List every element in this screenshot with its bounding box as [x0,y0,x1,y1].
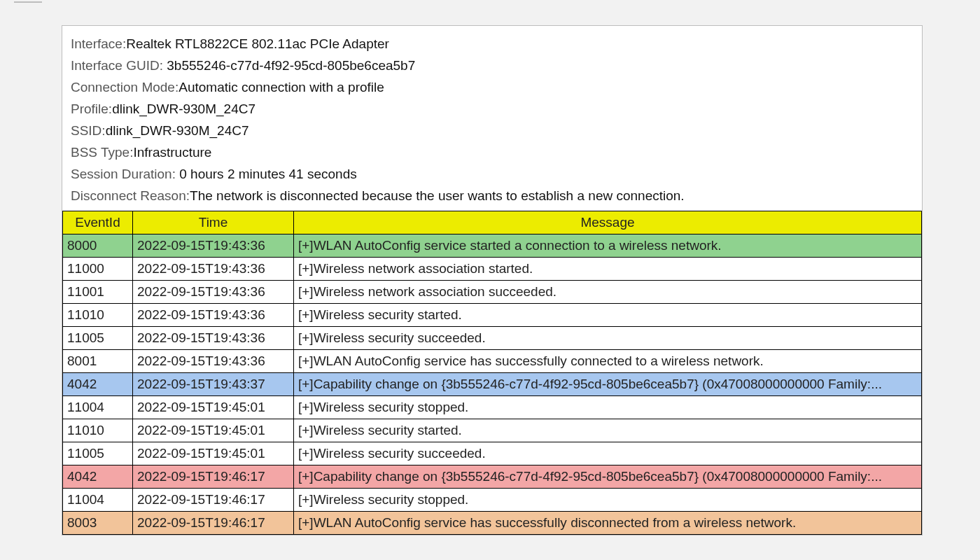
event-message-cell: [+]WLAN AutoConfig service has successfu… [294,350,922,373]
event-id-cell: 8003 [63,512,133,535]
info-duration-label: Session Duration: [71,167,179,181]
event-message-cell: [+]Capability change on {3b555246-c77d-4… [294,373,922,396]
event-id-cell: 11004 [63,489,133,512]
event-time-cell: 2022-09-15T19:46:17 [133,465,294,489]
event-message-cell: [+]WLAN AutoConfig service started a con… [294,234,922,258]
info-guid-label: Interface GUID: [71,58,167,73]
info-mode-value: Automatic connection with a profile [178,80,384,94]
event-id-cell: 4042 [63,465,133,489]
info-profile-value: dlink_DWR-930M_24C7 [112,102,255,116]
info-mode-label: Connection Mode: [71,80,178,94]
event-row[interactable]: 110052022-09-15T19:43:36[+]Wireless secu… [63,327,922,350]
event-time-cell: 2022-09-15T19:43:36 [133,258,294,281]
event-message-cell: [+]Wireless security stopped. [294,396,922,419]
info-interface-label: Interface: [71,36,126,51]
event-time-cell: 2022-09-15T19:43:36 [133,350,294,373]
window-frame-stub [14,0,42,3]
event-message-cell: [+]Wireless network association succeede… [294,281,922,304]
event-message-cell: [+]Wireless security stopped. [294,489,922,512]
event-id-cell: 11001 [63,281,133,304]
info-mode: Connection Mode:Automatic connection wit… [71,76,913,98]
event-time-cell: 2022-09-15T19:45:01 [133,396,294,419]
info-reason-label: Disconnect Reason: [71,188,190,203]
info-bss-value: Infrastructure [133,145,211,160]
event-id-cell: 8000 [63,234,133,258]
info-bss-label: BSS Type: [71,145,133,160]
connection-report-panel: Interface:Realtek RTL8822CE 802.11ac PCI… [62,25,923,536]
info-reason: Disconnect Reason:The network is disconn… [71,185,913,206]
event-time-cell: 2022-09-15T19:46:17 [133,512,294,535]
info-interface: Interface:Realtek RTL8822CE 802.11ac PCI… [71,33,913,55]
col-header-eventid[interactable]: EventId [63,211,133,234]
event-table: EventId Time Message 80002022-09-15T19:4… [62,211,922,535]
event-time-cell: 2022-09-15T19:43:37 [133,373,294,396]
event-row[interactable]: 110052022-09-15T19:45:01[+]Wireless secu… [63,442,922,465]
info-reason-value: The network is disconnected because the … [190,188,685,203]
event-row[interactable]: 110042022-09-15T19:45:01[+]Wireless secu… [63,396,922,419]
event-time-cell: 2022-09-15T19:46:17 [133,489,294,512]
event-row[interactable]: 40422022-09-15T19:43:37[+]Capability cha… [63,373,922,396]
event-time-cell: 2022-09-15T19:45:01 [133,419,294,442]
info-guid: Interface GUID: 3b555246-c77d-4f92-95cd-… [71,55,913,76]
info-ssid: SSID:dlink_DWR-930M_24C7 [71,120,913,141]
event-row[interactable]: 40422022-09-15T19:46:17[+]Capability cha… [63,465,922,489]
event-row[interactable]: 80032022-09-15T19:46:17[+]WLAN AutoConfi… [63,512,922,535]
info-ssid-label: SSID: [71,123,106,138]
event-id-cell: 11010 [63,419,133,442]
info-bss: BSS Type:Infrastructure [71,141,913,163]
event-row[interactable]: 110002022-09-15T19:43:36[+]Wireless netw… [63,258,922,281]
connection-info-block: Interface:Realtek RTL8822CE 802.11ac PCI… [62,33,922,211]
event-table-header-row: EventId Time Message [63,211,922,234]
event-id-cell: 8001 [63,350,133,373]
info-ssid-value: dlink_DWR-930M_24C7 [106,123,249,138]
event-message-cell: [+]WLAN AutoConfig service has successfu… [294,512,922,535]
col-header-message[interactable]: Message [294,211,922,234]
event-message-cell: [+]Wireless security succeeded. [294,442,922,465]
event-row[interactable]: 110102022-09-15T19:45:01[+]Wireless secu… [63,419,922,442]
event-message-cell: [+]Wireless security started. [294,304,922,327]
info-profile-label: Profile: [71,102,112,116]
event-id-cell: 11010 [63,304,133,327]
event-message-cell: [+]Capability change on {3b555246-c77d-4… [294,465,922,489]
info-profile: Profile:dlink_DWR-930M_24C7 [71,98,913,120]
event-row[interactable]: 110012022-09-15T19:43:36[+]Wireless netw… [63,281,922,304]
event-message-cell: [+]Wireless security started. [294,419,922,442]
event-time-cell: 2022-09-15T19:43:36 [133,234,294,258]
event-row[interactable]: 110042022-09-15T19:46:17[+]Wireless secu… [63,489,922,512]
info-duration: Session Duration: 0 hours 2 minutes 41 s… [71,163,913,185]
event-time-cell: 2022-09-15T19:43:36 [133,327,294,350]
info-interface-value: Realtek RTL8822CE 802.11ac PCIe Adapter [126,36,389,51]
event-row[interactable]: 110102022-09-15T19:43:36[+]Wireless secu… [63,304,922,327]
col-header-time[interactable]: Time [133,211,294,234]
event-id-cell: 11000 [63,258,133,281]
info-duration-value: 0 hours 2 minutes 41 seconds [179,167,357,181]
event-time-cell: 2022-09-15T19:43:36 [133,281,294,304]
event-id-cell: 11005 [63,442,133,465]
event-id-cell: 11005 [63,327,133,350]
info-guid-value: 3b555246-c77d-4f92-95cd-805be6cea5b7 [167,58,415,73]
event-message-cell: [+]Wireless network association started. [294,258,922,281]
event-message-cell: [+]Wireless security succeeded. [294,327,922,350]
event-id-cell: 4042 [63,373,133,396]
event-time-cell: 2022-09-15T19:45:01 [133,442,294,465]
event-id-cell: 11004 [63,396,133,419]
event-row[interactable]: 80012022-09-15T19:43:36[+]WLAN AutoConfi… [63,350,922,373]
event-row[interactable]: 80002022-09-15T19:43:36[+]WLAN AutoConfi… [63,234,922,258]
event-time-cell: 2022-09-15T19:43:36 [133,304,294,327]
